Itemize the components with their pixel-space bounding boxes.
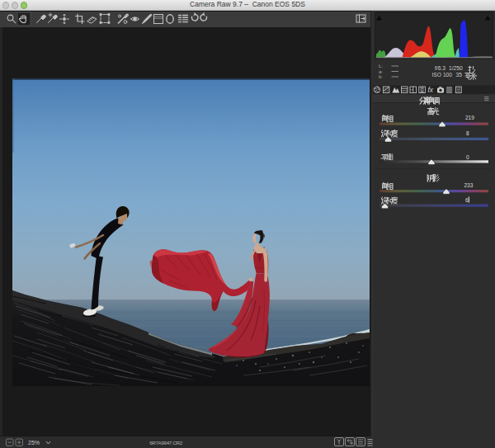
svg-text:25%: 25% <box>28 440 40 446</box>
svg-text:1/250: 1/250 <box>449 65 463 71</box>
svg-text:L:: L: <box>379 64 383 68</box>
svg-text:6R7A9947.CR2: 6R7A9947.CR2 <box>149 440 183 446</box>
svg-text:8: 8 <box>466 130 469 136</box>
svg-text:b:: b: <box>379 74 383 79</box>
svg-text:219: 219 <box>465 115 474 120</box>
svg-text:233: 233 <box>464 182 474 188</box>
svg-text:0: 0 <box>466 154 469 160</box>
svg-text:fx: fx <box>428 86 434 94</box>
svg-text:ISO 100: ISO 100 <box>432 72 453 78</box>
svg-text:f/6.3: f/6.3 <box>435 65 446 71</box>
svg-text:35: 35 <box>456 72 463 78</box>
svg-text:6: 6 <box>465 197 469 203</box>
svg-text:a:: a: <box>379 69 383 74</box>
